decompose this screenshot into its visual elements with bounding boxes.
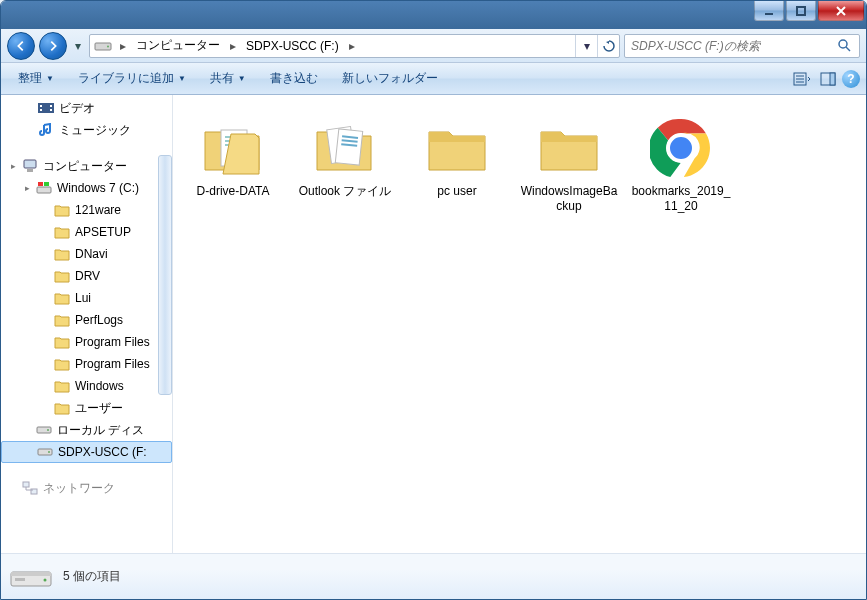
computer-icon: [21, 158, 39, 174]
file-item[interactable]: Outlook ファイル: [289, 111, 401, 219]
folder-icon: [53, 246, 71, 262]
disk-icon: [36, 444, 54, 460]
help-button[interactable]: ?: [842, 70, 860, 88]
minimize-button[interactable]: [754, 1, 784, 21]
tree-sdpx-drive[interactable]: SDPX-USCC (F:: [1, 441, 172, 463]
breadcrumb-arrow-1[interactable]: ▸: [226, 39, 240, 53]
folder-icon: [53, 202, 71, 218]
breadcrumb-root-arrow[interactable]: ▸: [116, 39, 130, 53]
file-item[interactable]: bookmarks_2019_11_20: [625, 111, 737, 219]
tree-label: Program Files: [75, 357, 150, 371]
organize-button[interactable]: 整理▼: [7, 65, 65, 92]
breadcrumb-drive[interactable]: SDPX-USCC (F:): [240, 35, 345, 57]
tree-folder-item[interactable]: Windows: [1, 375, 172, 397]
close-button[interactable]: [818, 1, 864, 21]
tree-music[interactable]: ミュージック: [1, 119, 172, 141]
tree-label: Windows: [75, 379, 124, 393]
svg-rect-7: [830, 73, 835, 85]
nav-history-dropdown[interactable]: ▾: [71, 32, 85, 60]
search-box[interactable]: [624, 34, 860, 58]
folder-icon: [53, 400, 71, 416]
tree-folder-item[interactable]: ユーザー: [1, 397, 172, 419]
tree-label: DNavi: [75, 247, 108, 261]
tree-label: DRV: [75, 269, 100, 283]
refresh-button[interactable]: [597, 35, 619, 57]
svg-rect-22: [23, 482, 29, 487]
forward-button[interactable]: [39, 32, 67, 60]
preview-pane-button[interactable]: [816, 67, 840, 91]
tree-scrollbar-thumb[interactable]: [158, 155, 172, 395]
file-item-label: bookmarks_2019_11_20: [630, 184, 732, 214]
file-item[interactable]: pc user: [401, 111, 513, 219]
nav-bar: ▾ ▸ コンピューター ▸ SDPX-USCC (F:) ▸ ▾: [1, 29, 866, 63]
drive-icon: [94, 37, 112, 55]
tree-folder-item[interactable]: 121ware: [1, 199, 172, 221]
tree-videos[interactable]: ビデオ: [1, 97, 172, 119]
file-item-label: Outlook ファイル: [299, 184, 392, 199]
breadcrumb-arrow-2[interactable]: ▸: [345, 39, 359, 53]
svg-point-21: [48, 451, 50, 453]
add-to-library-button[interactable]: ライブラリに追加▼: [67, 65, 197, 92]
file-item[interactable]: WindowsImageBackup: [513, 111, 625, 219]
address-dropdown[interactable]: ▾: [575, 35, 597, 57]
tree-label: 121ware: [75, 203, 121, 217]
new-folder-button[interactable]: 新しいフォルダー: [331, 65, 449, 92]
tree-folder-item[interactable]: APSETUP: [1, 221, 172, 243]
svg-point-37: [44, 578, 47, 581]
burn-button[interactable]: 書き込む: [259, 65, 329, 92]
svg-rect-15: [37, 187, 51, 193]
svg-rect-9: [40, 105, 42, 107]
folder-icon: [309, 116, 381, 180]
tree-folder-item[interactable]: Program Files: [1, 353, 172, 375]
tree-computer[interactable]: ▸コンピューター: [1, 155, 172, 177]
file-list[interactable]: D-drive-DATAOutlook ファイルpc userWindowsIm…: [173, 95, 866, 553]
tree-network[interactable]: ネットワーク: [1, 477, 172, 499]
file-item-label: pc user: [437, 184, 476, 199]
tree-label: PerfLogs: [75, 313, 123, 327]
tree-label: ネットワーク: [43, 480, 115, 497]
tree-folder-item[interactable]: Lui: [1, 287, 172, 309]
chrome-icon: [645, 116, 717, 180]
folder-icon: [53, 268, 71, 284]
svg-rect-1: [797, 7, 805, 15]
svg-rect-12: [50, 109, 52, 111]
tree-win7-c[interactable]: ▸Windows 7 (C:): [1, 177, 172, 199]
tree-label: ユーザー: [75, 400, 123, 417]
svg-rect-8: [38, 103, 54, 113]
tree-label: ビデオ: [59, 100, 95, 117]
tree-label: ミュージック: [59, 122, 131, 139]
folder-icon: [53, 334, 71, 350]
tree-label: ローカル ディス: [57, 422, 144, 439]
folder-icon: [53, 356, 71, 372]
tree-folder-item[interactable]: DNavi: [1, 243, 172, 265]
folder-icon: [53, 312, 71, 328]
tree-folder-item[interactable]: DRV: [1, 265, 172, 287]
folder-icon: [533, 116, 605, 180]
view-options-button[interactable]: [790, 67, 814, 91]
svg-rect-13: [24, 160, 36, 168]
svg-point-4: [839, 40, 847, 48]
tree-label: コンピューター: [43, 158, 127, 175]
address-bar[interactable]: ▸ コンピューター ▸ SDPX-USCC (F:) ▸ ▾: [89, 34, 620, 58]
svg-rect-14: [27, 169, 33, 172]
folder-icon: [53, 224, 71, 240]
back-button[interactable]: [7, 32, 35, 60]
file-item[interactable]: D-drive-DATA: [177, 111, 289, 219]
tree-folder-item[interactable]: PerfLogs: [1, 309, 172, 331]
tree-label: SDPX-USCC (F:: [58, 445, 147, 459]
search-input[interactable]: [631, 39, 837, 53]
file-item-label: D-drive-DATA: [197, 184, 270, 199]
svg-rect-17: [44, 182, 49, 186]
tree-local-disk[interactable]: ローカル ディス: [1, 419, 172, 441]
search-icon[interactable]: [837, 38, 853, 54]
music-icon: [37, 122, 55, 138]
breadcrumb-computer[interactable]: コンピューター: [130, 35, 226, 57]
tree-label: Program Files: [75, 335, 150, 349]
maximize-button[interactable]: [786, 1, 816, 21]
tree-folder-item[interactable]: Program Files: [1, 331, 172, 353]
nav-tree[interactable]: ビデオ ミュージック ▸コンピューター ▸Windows 7 (C:) 121w…: [1, 95, 173, 553]
tree-label: Windows 7 (C:): [57, 181, 139, 195]
share-button[interactable]: 共有▼: [199, 65, 257, 92]
folder-icon: [197, 116, 269, 180]
tree-label: APSETUP: [75, 225, 131, 239]
